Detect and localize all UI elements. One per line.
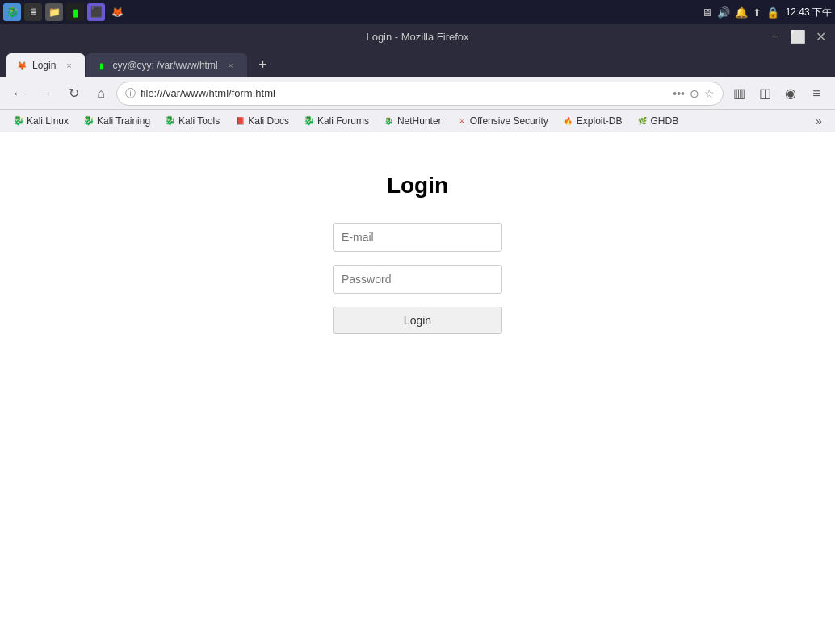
- notification-icon: 🔔: [735, 6, 748, 19]
- tab-label-terminal: cyy@cyy: /var/www/html: [112, 60, 217, 71]
- monitor-icon: 🖥: [702, 6, 712, 19]
- forward-button[interactable]: →: [34, 82, 58, 106]
- sound-icon: 🔊: [717, 6, 730, 19]
- address-bar[interactable]: ⓘ file:///var/www/html/form.html ••• ⊙ ☆: [116, 82, 724, 106]
- tab-bar: 🦊 Login × ▮ cyy@cyy: /var/www/html × +: [0, 48, 835, 77]
- tab-close-terminal[interactable]: ×: [224, 59, 237, 72]
- bookmark-kali-forums[interactable]: 🐉 Kali Forums: [297, 113, 376, 129]
- bookmark-kali-docs-label: Kali Docs: [248, 115, 289, 127]
- login-button[interactable]: Login: [333, 307, 502, 334]
- tab-favicon-terminal: ▮: [96, 60, 107, 71]
- new-tab-button[interactable]: +: [252, 53, 275, 76]
- kali-docs-favicon: 📕: [234, 115, 245, 127]
- restore-button[interactable]: ⬜: [790, 28, 806, 44]
- back-button[interactable]: ←: [6, 82, 31, 106]
- taskbar-time-area: 🖥 🔊 🔔 ⬆ 🔒 12:43 下午: [702, 6, 832, 19]
- bookmark-kali-docs[interactable]: 📕 Kali Docs: [228, 113, 296, 129]
- security-info-icon[interactable]: ⓘ: [125, 86, 136, 101]
- tab-label-login: Login: [32, 60, 56, 71]
- bookmark-nethunter[interactable]: 🐉 NetHunter: [377, 113, 448, 129]
- ghdb-favicon: 🌿: [636, 115, 648, 127]
- bookmark-ghdb[interactable]: 🌿 GHDB: [630, 113, 685, 129]
- close-button[interactable]: ✕: [812, 28, 829, 44]
- bookmark-exploit-db[interactable]: 🔥 Exploit-DB: [556, 113, 629, 129]
- pocket-icon[interactable]: ⊙: [690, 87, 699, 100]
- clock: 12:43 下午: [786, 6, 832, 19]
- firefox-taskbar-icon[interactable]: 🦊: [108, 3, 126, 21]
- kali-linux-favicon: 🐉: [13, 115, 24, 127]
- bookmark-kali-tools-label: Kali Tools: [178, 115, 220, 127]
- offsec-favicon: ⚔: [456, 115, 468, 127]
- password-input[interactable]: [333, 265, 502, 294]
- bookmark-kali-linux-label: Kali Linux: [27, 115, 69, 127]
- kali-forums-favicon: 🐉: [304, 115, 315, 127]
- tab-close-login[interactable]: ×: [62, 59, 75, 72]
- bookmark-nethunter-label: NetHunter: [397, 115, 442, 127]
- bookmark-kali-training[interactable]: 🐉 Kali Training: [77, 113, 157, 129]
- address-actions: ••• ⊙ ☆: [673, 87, 715, 100]
- tab-login[interactable]: 🦊 Login ×: [6, 53, 85, 77]
- bookmark-ghdb-label: GHDB: [650, 115, 678, 127]
- login-form: Login: [333, 223, 502, 334]
- nav-bar: ← → ↻ ⌂ ⓘ file:///var/www/html/form.html…: [0, 77, 835, 110]
- profile-icon[interactable]: ◉: [778, 82, 803, 106]
- tab-favicon-login: 🦊: [16, 60, 27, 71]
- more-icon[interactable]: •••: [673, 87, 685, 100]
- bookmark-kali-training-label: Kali Training: [97, 115, 150, 127]
- workspace-icon[interactable]: 🖥: [24, 3, 42, 21]
- bookmark-star-icon[interactable]: ☆: [704, 87, 715, 100]
- browser-title: Login - Mozilla Firefox: [366, 31, 468, 43]
- nav-right-icons: ▥ ◫ ◉ ≡: [727, 82, 829, 106]
- bookmark-kali-tools[interactable]: 🐉 Kali Tools: [158, 113, 226, 129]
- window-controls: − ⬜ ✕: [767, 28, 829, 44]
- browser-title-bar: Login - Mozilla Firefox − ⬜ ✕: [0, 24, 835, 48]
- menu-button[interactable]: ≡: [804, 82, 829, 106]
- url-text: file:///var/www/html/form.html: [141, 87, 668, 99]
- bookmark-offensive-security-label: Offensive Security: [470, 115, 548, 127]
- kali-training-favicon: 🐉: [83, 115, 94, 127]
- bookmark-offensive-security[interactable]: ⚔ Offensive Security: [450, 113, 555, 129]
- minimize-button[interactable]: −: [767, 28, 783, 44]
- menu-icon[interactable]: ⬛: [87, 3, 105, 21]
- email-input[interactable]: [333, 223, 502, 252]
- bookmarks-more-button[interactable]: »: [809, 111, 829, 131]
- bookmark-kali-linux[interactable]: 🐉 Kali Linux: [6, 113, 75, 129]
- lock-icon: 🔒: [766, 6, 779, 19]
- os-taskbar: 🐉 🖥 📁 ▮ ⬛ 🦊 🖥 🔊 🔔 ⬆ 🔒 12:43 下午: [0, 0, 835, 24]
- sys-icons: 🖥 🔊 🔔 ⬆ 🔒: [702, 6, 779, 19]
- page-title: Login: [387, 173, 448, 199]
- kali-dragon-icon[interactable]: 🐉: [3, 3, 21, 21]
- bookmarks-bar: 🐉 Kali Linux 🐉 Kali Training 🐉 Kali Tool…: [0, 110, 835, 132]
- exploit-db-favicon: 🔥: [563, 115, 574, 127]
- nethunter-favicon: 🐉: [384, 115, 395, 127]
- home-button[interactable]: ⌂: [89, 82, 113, 106]
- library-icon[interactable]: ▥: [727, 82, 751, 106]
- tab-terminal[interactable]: ▮ cyy@cyy: /var/www/html ×: [86, 53, 246, 77]
- upload-icon: ⬆: [753, 6, 762, 19]
- terminal-icon[interactable]: ▮: [66, 3, 84, 21]
- kali-tools-favicon: 🐉: [165, 115, 176, 127]
- bookmark-exploit-db-label: Exploit-DB: [577, 115, 623, 127]
- sidebar-icon[interactable]: ◫: [753, 82, 777, 106]
- files-icon[interactable]: 📁: [45, 3, 63, 21]
- bookmark-kali-forums-label: Kali Forums: [317, 115, 369, 127]
- page-content: Login Login: [0, 132, 835, 644]
- reload-button[interactable]: ↻: [61, 82, 86, 106]
